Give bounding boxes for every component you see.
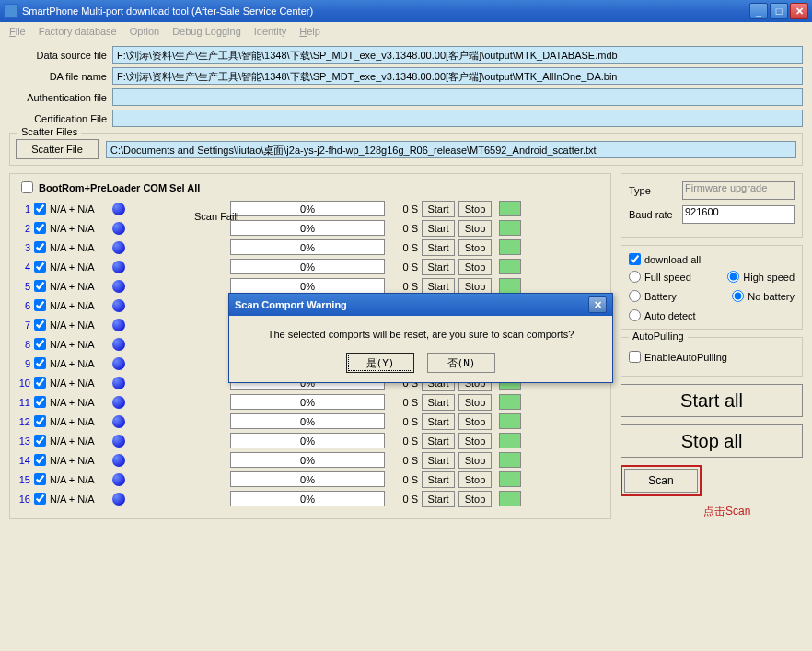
port-checkbox[interactable]	[34, 473, 46, 485]
stop-button[interactable]: Stop	[458, 452, 492, 469]
port-checkbox[interactable]	[34, 241, 46, 253]
start-button[interactable]: Start	[422, 433, 455, 449]
progress-input[interactable]	[230, 201, 385, 216]
time-label: 0 S	[389, 223, 418, 234]
port-row: 11N/A + N/A0 SStartStop	[17, 392, 603, 412]
port-checkbox[interactable]	[34, 357, 46, 369]
port-na: N/A + N/A	[50, 262, 109, 273]
port-number: 16	[17, 494, 30, 505]
progress-input[interactable]	[230, 394, 385, 410]
menu-debug-logging[interactable]: Debug Logging	[167, 24, 247, 39]
minimize-button[interactable]: _	[749, 3, 768, 19]
start-button[interactable]: Start	[422, 471, 455, 488]
dialog-titlebar[interactable]: Scan Comport Warning ✕	[229, 294, 612, 316]
menu-help[interactable]: Help	[294, 24, 326, 39]
progress-input[interactable]	[230, 491, 385, 506]
port-checkbox[interactable]	[34, 222, 46, 234]
dialog-no-button[interactable]: 否(N)	[427, 353, 495, 373]
port-checkbox[interactable]	[34, 493, 46, 505]
dialog-close-button[interactable]: ✕	[588, 296, 607, 313]
scan-note: 点击Scan	[703, 504, 803, 519]
maximize-button[interactable]: □	[770, 3, 788, 19]
progress-input[interactable]	[230, 278, 385, 294]
port-number: 10	[17, 378, 30, 389]
start-button[interactable]: Start	[422, 394, 455, 411]
close-button[interactable]: ✕	[790, 3, 808, 19]
stop-all-button[interactable]: Stop all	[621, 424, 803, 458]
status-dot-icon	[112, 454, 125, 467]
menu-file[interactable]: File	[4, 24, 31, 39]
enable-autopulling-checkbox[interactable]	[629, 351, 641, 363]
stop-button[interactable]: Stop	[458, 413, 492, 430]
stop-button[interactable]: Stop	[458, 220, 492, 237]
status-dot-icon	[112, 261, 125, 273]
start-button[interactable]: Start	[422, 452, 455, 469]
stop-button[interactable]: Stop	[458, 491, 492, 507]
menu-identity[interactable]: Identity	[249, 24, 292, 39]
start-button[interactable]: Start	[422, 201, 455, 217]
dialog-yes-button[interactable]: 是(Y)	[346, 353, 414, 373]
bootrom-checkbox[interactable]	[21, 181, 33, 193]
port-checkbox[interactable]	[34, 299, 46, 311]
port-checkbox[interactable]	[34, 203, 46, 215]
port-row: 1N/A + N/A0 SStartStop	[17, 199, 603, 218]
start-button[interactable]: Start	[422, 491, 455, 507]
stop-button[interactable]: Stop	[458, 201, 492, 217]
port-checkbox[interactable]	[34, 415, 46, 427]
battery-radio[interactable]	[629, 290, 641, 302]
type-select[interactable]: Firmware upgrade	[682, 181, 795, 200]
auth-file-input[interactable]	[112, 88, 803, 106]
scatter-file-input[interactable]: C:\Documents and Settings\liutao\桌面\j2a-…	[106, 141, 796, 158]
progress-input[interactable]	[230, 413, 385, 429]
stop-button[interactable]: Stop	[458, 278, 492, 295]
port-number: 4	[17, 262, 30, 273]
menu-option[interactable]: Option	[124, 24, 165, 39]
scan-button[interactable]: Scan	[624, 469, 698, 493]
progress-input[interactable]	[230, 452, 385, 468]
port-na: N/A + N/A	[50, 223, 109, 234]
stop-button[interactable]: Stop	[458, 471, 492, 488]
port-checkbox[interactable]	[34, 261, 46, 273]
full-speed-radio[interactable]	[629, 271, 641, 283]
port-number: 12	[17, 416, 30, 427]
baud-select[interactable]: 921600	[682, 205, 795, 224]
start-all-button[interactable]: Start all	[621, 384, 803, 417]
start-button[interactable]: Start	[422, 259, 455, 275]
port-checkbox[interactable]	[34, 396, 46, 408]
port-na: N/A + N/A	[50, 416, 109, 427]
auto-detect-radio[interactable]	[629, 309, 641, 321]
menu-factory-database[interactable]: Factory database	[33, 24, 122, 39]
start-button[interactable]: Start	[422, 239, 455, 256]
high-speed-radio[interactable]	[727, 271, 739, 283]
port-checkbox[interactable]	[34, 280, 46, 292]
stop-button[interactable]: Stop	[458, 433, 492, 449]
port-checkbox[interactable]	[34, 377, 46, 389]
start-button[interactable]: Start	[422, 278, 455, 295]
progress-input[interactable]	[230, 433, 385, 448]
stop-button[interactable]: Stop	[458, 239, 492, 256]
da-file-input[interactable]: F:\刘涛\资料\生产\生产工具\智能\1348\下载\SP_MDT_exe_v…	[112, 67, 803, 85]
port-checkbox[interactable]	[34, 435, 46, 447]
no-battery-label: No battery	[748, 291, 795, 302]
port-checkbox[interactable]	[34, 338, 46, 350]
scatter-file-button[interactable]: Scatter File	[16, 139, 99, 159]
port-checkbox[interactable]	[34, 454, 46, 466]
progress-input[interactable]	[230, 220, 385, 236]
status-dot-icon	[112, 435, 125, 448]
stop-button[interactable]: Stop	[458, 394, 492, 411]
data-source-input[interactable]: F:\刘涛\资料\生产\生产工具\智能\1348\下载\SP_MDT_exe_v…	[112, 46, 803, 64]
progress-input[interactable]	[230, 239, 385, 255]
status-dot-icon	[112, 338, 125, 351]
start-button[interactable]: Start	[422, 413, 455, 430]
port-number: 9	[17, 358, 30, 369]
stop-button[interactable]: Stop	[458, 259, 492, 275]
progress-input[interactable]	[230, 471, 385, 487]
download-all-checkbox[interactable]	[629, 253, 641, 265]
no-battery-radio[interactable]	[732, 290, 744, 302]
cert-file-input[interactable]	[112, 110, 803, 127]
high-speed-label: High speed	[743, 272, 795, 283]
start-button[interactable]: Start	[422, 220, 455, 237]
port-row: 16N/A + N/A0 SStartStop	[17, 489, 603, 508]
progress-input[interactable]	[230, 259, 385, 274]
port-checkbox[interactable]	[34, 319, 46, 331]
